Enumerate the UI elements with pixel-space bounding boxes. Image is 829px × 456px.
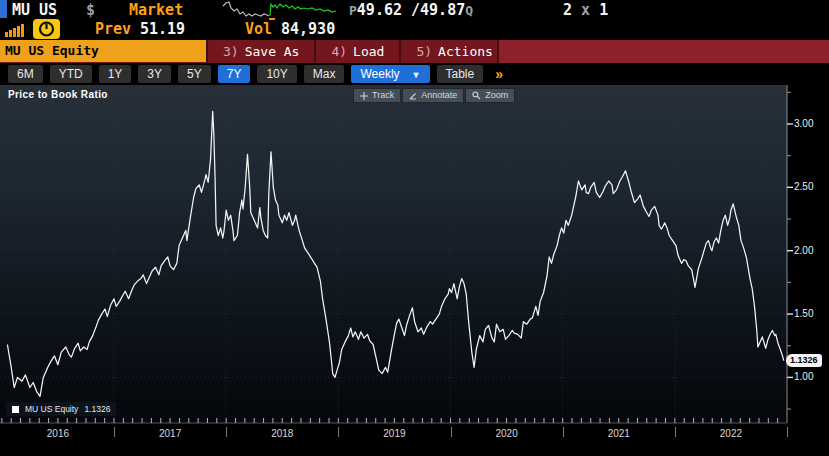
x-axis-year-label: 2018 [271, 428, 293, 439]
security-input[interactable]: MU US Equity [0, 40, 206, 62]
year-separator [114, 427, 115, 437]
chart-tools: Track Annotate Zoom [353, 88, 515, 103]
signal-bars-icon [5, 22, 29, 37]
x-axis-year-label: 2022 [720, 428, 742, 439]
x-axis-year-strip: 2016201720182019202020212022 [0, 425, 829, 443]
y-axis-label: 3.00 [794, 119, 813, 129]
legend-series-name: MU US Equity [25, 404, 78, 414]
load-menu-item[interactable]: 4)Load [314, 40, 399, 63]
chart-title: Price to Book Ratio [8, 89, 108, 100]
prev-value: 51.19 [140, 20, 185, 38]
table-button[interactable]: Table [437, 65, 484, 83]
magnifier-icon [472, 91, 481, 100]
lot-size: 2 x 1 [563, 1, 608, 19]
period-button-10y[interactable]: 10Y [257, 65, 296, 83]
period-button-ytd[interactable]: YTD [50, 65, 92, 83]
panel-edge-indicator [0, 0, 7, 18]
security-header-bar: MU US $ Market P49.62 /49.87Q 2 x 1 Prev… [0, 0, 829, 40]
x-axis-year-label: 2016 [47, 428, 69, 439]
year-separator [563, 427, 564, 437]
year-separator [451, 427, 452, 437]
year-separator [675, 427, 676, 437]
bloomberg-terminal-window: MU US $ Market P49.62 /49.87Q 2 x 1 Prev… [0, 0, 829, 456]
track-button[interactable]: Track [353, 88, 401, 103]
year-separator [787, 427, 788, 437]
volume-label: Vol [245, 20, 272, 38]
legend-series-value: 1.1326 [84, 404, 110, 414]
more-chevron-button[interactable]: » [490, 66, 508, 82]
currency-symbol: $ [86, 1, 95, 19]
chart-legend: MU US Equity 1.1326 [6, 402, 116, 416]
last-price-badge: 1.1326 [786, 354, 822, 367]
ticker-symbol: MU US [12, 1, 57, 19]
period-button-7y[interactable]: 7Y [218, 65, 251, 83]
toolbar-periods: 6MYTD1Y3Y5Y7Y10YMax [8, 65, 344, 83]
menu-bar-filler [497, 40, 829, 63]
year-separator [226, 427, 227, 437]
series-marker [12, 406, 19, 413]
period-button-3y[interactable]: 3Y [138, 65, 171, 83]
frequency-dropdown[interactable]: Weekly▼ [351, 65, 429, 83]
period-button-1y[interactable]: 1Y [99, 65, 132, 83]
x-axis-year-label: 2017 [159, 428, 181, 439]
y-axis-label: 1.50 [794, 309, 813, 319]
chart-toolbar: 6MYTD1Y3Y5Y7Y10YMax Weekly▼ Table » [0, 63, 829, 85]
function-menu-bar: MU US Equity 3)Save As 4)Load 5)Actions▾ [0, 40, 829, 63]
chevron-down-icon: ▼ [412, 70, 421, 80]
session-status: Market [129, 1, 183, 19]
x-axis-year-label: 2020 [495, 428, 517, 439]
y-axis-label: 2.00 [794, 246, 813, 256]
intraday-sparkline [222, 1, 338, 20]
period-button-max[interactable]: Max [304, 65, 345, 83]
menu-items: 3)Save As 4)Load 5)Actions▾ [206, 40, 521, 63]
y-axis-label: 1.00 [794, 372, 813, 382]
price-line-chart[interactable] [0, 85, 829, 443]
x-axis-year-label: 2021 [608, 428, 630, 439]
bid-ask-quote: P49.62 /49.87Q [349, 1, 473, 20]
crosshair-icon [360, 92, 368, 100]
y-axis-label: 2.50 [794, 182, 813, 192]
year-separator [338, 427, 339, 437]
gauge-icon [33, 19, 60, 39]
zoom-button[interactable]: Zoom [465, 88, 515, 103]
prev-label: Prev [95, 20, 131, 38]
period-button-6m[interactable]: 6M [8, 65, 43, 83]
chart-panel: Price to Book Ratio Track Annotate Zoom … [0, 85, 829, 443]
save-as-menu-item[interactable]: 3)Save As [206, 40, 314, 63]
x-axis-year-label: 2019 [383, 428, 405, 439]
pencil-icon [409, 92, 417, 100]
volume-value: 84,930 [281, 20, 335, 38]
period-button-5y[interactable]: 5Y [178, 65, 211, 83]
annotate-button[interactable]: Annotate [402, 88, 464, 103]
